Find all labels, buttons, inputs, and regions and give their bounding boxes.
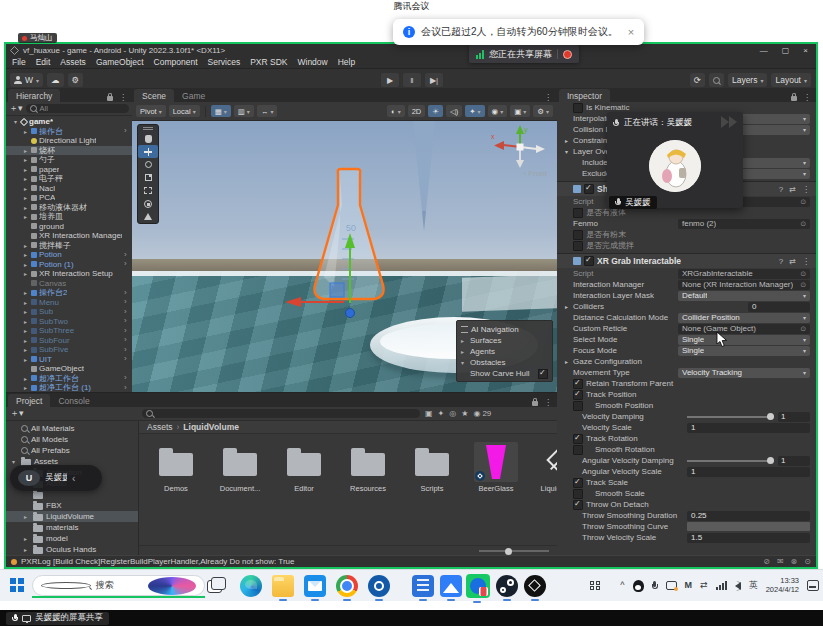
asset-item[interactable]: Document...	[213, 442, 267, 537]
lock-icon[interactable]	[791, 96, 797, 101]
cloud-button[interactable]: ☁	[47, 73, 64, 87]
calculator-icon[interactable]	[412, 575, 434, 597]
expand-arrow-icon[interactable]: ▸	[22, 375, 29, 382]
slider-field[interactable]: 1	[687, 412, 810, 422]
checkbox[interactable]	[573, 103, 583, 113]
breadcrumb-current[interactable]: LiquidVolume	[183, 422, 239, 432]
gizmos-dropdown[interactable]: ⚙▾	[533, 105, 553, 117]
hierarchy-item[interactable]: ▸ SubThree	[6, 326, 132, 336]
inspector-row[interactable]: Smooth Scale ▾ ⊙ ?⇄⋮	[557, 488, 816, 499]
inspector-row[interactable]: Script XRGrabInteractable▾ XRGrabInterac…	[557, 268, 816, 279]
kebab-menu-icon[interactable]: ⋮	[544, 93, 552, 102]
prefab-open-icon[interactable]	[124, 374, 132, 382]
presets-icon[interactable]: ⇄	[789, 257, 796, 266]
app-mountain-icon[interactable]	[440, 575, 462, 597]
inspector-row[interactable]: Interaction Layer Mask Default▾ Default⊙…	[557, 290, 816, 301]
kebab-menu-icon[interactable]: ⋮	[544, 398, 552, 407]
hierarchy-item[interactable]: ▸ 培养皿	[6, 212, 132, 222]
dropdown-field[interactable]: Single▾	[678, 346, 810, 356]
custom-tool-button[interactable]	[138, 210, 158, 223]
hierarchy-item[interactable]: ▸ SubTwo	[6, 317, 132, 327]
palette-grip[interactable]	[138, 125, 158, 132]
inspector-row[interactable]: Throw On Detach ▾ ⊙ ?⇄⋮	[557, 499, 816, 510]
inspector-row[interactable]: Smooth Position ▾ ⊙ ?⇄⋮	[557, 400, 816, 411]
inspector-row[interactable]: Custom Reticle None (Game Object)▾ None …	[557, 323, 816, 334]
input-language[interactable]: 英	[749, 581, 758, 590]
carve-hull-checkbox[interactable]	[538, 369, 548, 379]
checkbox[interactable]	[573, 489, 583, 499]
unity-hub-icon[interactable]	[524, 575, 546, 597]
tab-game[interactable]: Game	[174, 89, 213, 102]
tab-scene[interactable]: Scene	[134, 89, 174, 102]
tencent-meeting-icon[interactable]	[466, 574, 490, 598]
expand-arrow-icon[interactable]: ▸	[22, 327, 29, 334]
asset-item[interactable]: Scripts	[405, 442, 459, 537]
project-tree-item[interactable]: materials	[6, 522, 138, 533]
dropdown-field[interactable]: Velocity Tracking▾	[678, 368, 810, 378]
settings-gear-button[interactable]: ⚙	[68, 73, 84, 87]
object-field[interactable]: fenmo (2)⊙	[678, 219, 810, 229]
prefab-open-icon[interactable]	[124, 346, 132, 354]
edge-icon[interactable]	[240, 575, 262, 597]
expand-arrow-icon[interactable]: ▸	[24, 546, 30, 553]
prefab-open-icon[interactable]	[124, 289, 132, 297]
show-carve-hull-row[interactable]: Show Carve Hull	[461, 368, 548, 379]
dropdown-field[interactable]: Single▾	[678, 335, 810, 345]
favorites-star-icon[interactable]: ★	[461, 409, 468, 418]
expand-arrow-icon[interactable]: ▸	[22, 156, 29, 163]
hierarchy-item[interactable]: ▸ 勺子	[6, 155, 132, 165]
hierarchy-item[interactable]: Canvas	[6, 279, 132, 289]
inspector-row[interactable]: Track Scale ▾ ⊙ ?⇄⋮	[557, 477, 816, 488]
hierarchy-item[interactable]: ▸ 操作台	[6, 127, 132, 137]
prefab-open-icon[interactable]	[124, 298, 132, 306]
foldout-arrow-icon[interactable]: ▸	[563, 137, 570, 144]
expand-arrow-icon[interactable]: ▾	[12, 118, 19, 125]
expand-arrow-icon[interactable]: ▸	[22, 128, 29, 135]
visibility-dropdown[interactable]: ◉▾	[488, 105, 508, 117]
hierarchy-item[interactable]: ▸ SubFour	[6, 336, 132, 346]
inspector-row[interactable]: Angular Velocity Damping 1▾ 1⊙ 1 1 1 ?⇄⋮	[557, 455, 816, 466]
menu-item[interactable]: Window	[297, 57, 327, 67]
kebab-menu-icon[interactable]: ⋮	[803, 93, 811, 102]
inspector-row[interactable]: 是否有液体 ▾ ⊙ ?⇄⋮	[557, 207, 816, 218]
hierarchy-item[interactable]: ▸ 超净工作台 (1)	[6, 383, 132, 392]
view-orientation-label[interactable]: Front	[523, 169, 547, 178]
prefab-open-icon[interactable]	[124, 260, 132, 268]
minimize-button[interactable]: —	[760, 46, 768, 55]
add-object-button[interactable]: ＋▾	[9, 102, 23, 115]
checkbox[interactable]	[584, 184, 594, 194]
inspector-row[interactable]: XR Grab Interactable ▾ ⊙ ?⇄⋮	[557, 253, 816, 268]
inspector-row[interactable]: Velocity Damping 1▾ 1⊙ 1 1 1 ?⇄⋮	[557, 411, 816, 422]
inspector-row[interactable]: Distance Calculation Mode Collider Posit…	[557, 312, 816, 323]
expand-arrow-icon[interactable]: ▸	[22, 289, 29, 296]
close-button[interactable]: ×	[803, 46, 808, 55]
asset-item[interactable]: Editor	[277, 442, 331, 537]
message-icon[interactable]: ✉	[777, 557, 784, 566]
start-button[interactable]	[10, 578, 24, 592]
unity-status-bar[interactable]: PXRLog [Build Check]RegisterBuildPlayerH…	[6, 555, 816, 567]
checkbox[interactable]	[573, 445, 583, 455]
expand-arrow-icon[interactable]: ▸	[22, 384, 29, 391]
expand-arrow-icon[interactable]: ▸	[22, 175, 29, 182]
mail-icon[interactable]	[304, 575, 326, 597]
menu-item[interactable]: Assets	[60, 57, 86, 67]
m-app-icon[interactable]: M	[685, 581, 693, 590]
hierarchy-item[interactable]: ▸ 烧杯	[6, 146, 132, 156]
inspector-row[interactable]: Throw Velocity Scale 1.5▾ 1.5⊙ 1.5 1.5 1…	[557, 532, 816, 543]
rotate-tool-button[interactable]	[138, 158, 158, 171]
widgets-grid-icon[interactable]	[590, 581, 600, 591]
foldout-arrow-icon[interactable]: ▸	[563, 303, 570, 310]
slider-field[interactable]: 1	[687, 456, 810, 466]
inspector-row[interactable]: Track Position ▾ ⊙ ?⇄⋮	[557, 389, 816, 400]
orientation-gizmo[interactable]: x y	[491, 125, 549, 169]
hierarchy-item[interactable]: ▸ Menu	[6, 298, 132, 308]
pivot-dropdown[interactable]: Pivot▾	[136, 105, 166, 117]
prefab-open-icon[interactable]	[124, 327, 132, 335]
transform-tool-button[interactable]	[138, 197, 158, 210]
prefab-open-icon[interactable]	[124, 127, 132, 135]
inspector-row[interactable]: Fenmo fenmo (2)▾ fenmo (2)⊙ fenmo (2) fe…	[557, 218, 816, 229]
collapse-chevron-icon[interactable]	[72, 473, 94, 484]
text-field[interactable]: 0.25	[687, 511, 810, 521]
qq-icon[interactable]	[633, 580, 644, 592]
checkbox[interactable]	[573, 401, 583, 411]
